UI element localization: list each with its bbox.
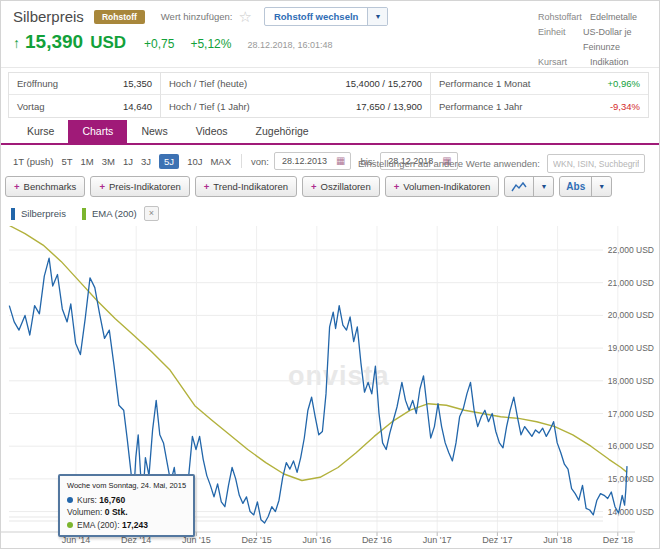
table-cell: Performance 1 Jahr-9,34%	[430, 95, 648, 117]
apply-settings-label: Einstellungen auf andere Werte anwenden:	[358, 158, 540, 169]
tabs-underline	[1, 143, 660, 145]
preis-indikatoren-button[interactable]: +Preis-Indikatoren	[90, 176, 189, 197]
tab-kurse[interactable]: Kurse	[13, 120, 68, 143]
add-value-label: Wert hinzufügen:	[161, 11, 233, 22]
change-absolute: +0,75	[144, 37, 174, 51]
scale-abs-label[interactable]: Abs	[560, 177, 591, 196]
benchmarks-button[interactable]: +Benchmarks	[5, 176, 85, 197]
info-row: RohstoffartEdelmetalle	[538, 10, 659, 25]
current-price: 15,390	[25, 31, 83, 53]
table-cell: Performance 1 Monat+0,96%	[430, 73, 648, 95]
info-row: EinheitUS-Dollar je Feinunze	[538, 25, 659, 55]
calendar-icon[interactable]: ▦	[336, 156, 345, 166]
instrument-info: RohstoffartEdelmetalle EinheitUS-Dollar …	[538, 10, 659, 70]
ema-line	[9, 226, 627, 481]
volumen-indikatoren-button[interactable]: +Volumen-Indikatoren	[385, 176, 500, 197]
blue-dot-icon	[67, 497, 73, 503]
green-dot-icon	[67, 522, 73, 528]
search-input[interactable]	[547, 154, 645, 173]
indicator-toolbar: +Benchmarks +Preis-Indikatoren +Trend-In…	[5, 176, 617, 197]
y-axis-label: 21,000 USD	[608, 278, 654, 288]
y-axis-label: 14,000 USD	[608, 507, 654, 517]
silberpreis-swatch	[11, 208, 15, 220]
tooltip-row-kurs: Kurs: 16,760	[67, 494, 186, 507]
tab-videos[interactable]: Videos	[182, 120, 242, 143]
range-1j[interactable]: 1J	[123, 156, 133, 167]
from-label: von:	[251, 156, 269, 167]
quote-timestamp: 28.12.2018, 16:01:48	[247, 40, 332, 50]
ema-swatch	[82, 208, 86, 220]
range-10j[interactable]: 10J	[187, 156, 202, 167]
quote-table: Eröffnung15,350 Hoch / Tief (heute)15,40…	[8, 72, 649, 118]
from-date-box: ▦	[274, 152, 351, 170]
x-axis-label: Dez '17	[482, 535, 512, 545]
chevron-down-icon[interactable]: ▼	[533, 177, 553, 196]
y-axis-label: 22,000 USD	[608, 245, 654, 255]
range-5j-active[interactable]: 5J	[159, 154, 179, 169]
tooltip-title: Woche vom Sonntag, 24. Mai, 2015	[67, 480, 186, 493]
from-date-input[interactable]	[280, 155, 336, 167]
price-up-arrow-icon: ↑	[13, 35, 20, 51]
tab-charts[interactable]: Charts	[68, 120, 127, 143]
onvista-silberpreis-page: Silberpreis Rohstoff Wert hinzufügen: ☆ …	[0, 0, 660, 549]
plus-icon: +	[99, 181, 105, 192]
watchlist-star-icon[interactable]: ☆	[238, 8, 251, 26]
section-tabs: Kurse Charts News Videos Zugehörige	[13, 120, 323, 143]
chart-area[interactable]: onvista 22,000 USD21,000 USD20,000 USD19…	[1, 223, 660, 549]
chevron-down-icon[interactable]: ▼	[367, 8, 387, 25]
chevron-down-icon[interactable]: ▼	[591, 177, 611, 196]
header: Silberpreis Rohstoff Wert hinzufügen: ☆ …	[13, 7, 388, 26]
plus-icon: +	[394, 181, 400, 192]
divider	[241, 154, 242, 168]
range-1t[interactable]: 1T (push)	[13, 156, 53, 167]
y-axis-label: 19,000 USD	[608, 343, 654, 353]
legend-label-silberpreis: Silberpreis	[21, 208, 66, 219]
table-cell: Hoch / Tief (1 Jahr)17,650 / 13,900	[160, 95, 430, 117]
x-axis-label: Dez '16	[362, 535, 392, 545]
x-axis-label: Jun '16	[302, 535, 331, 545]
plus-icon: +	[14, 181, 20, 192]
x-axis-label: Dez '15	[241, 535, 271, 545]
page-title: Silberpreis	[13, 8, 84, 25]
line-chart-icon[interactable]	[505, 177, 533, 196]
switch-commodity-label: Rohstoff wechseln	[265, 8, 367, 25]
plus-icon: +	[311, 181, 317, 192]
chart-legend: Silberpreis EMA (200) ×	[11, 206, 159, 221]
trend-indikatoren-button[interactable]: +Trend-Indikatoren	[195, 176, 297, 197]
table-cell: Hoch / Tief (heute)15,4000 / 15,2700	[160, 73, 430, 95]
chart-type-button: ▼	[504, 176, 554, 197]
currency-label: USD	[90, 33, 126, 53]
header-divider	[1, 67, 660, 68]
chart-tooltip: Woche vom Sonntag, 24. Mai, 2015 Kurs: 1…	[58, 474, 195, 537]
y-axis-label: 15,000 USD	[608, 474, 654, 484]
range-3m[interactable]: 3M	[102, 156, 115, 167]
y-axis-label: 20,000 USD	[608, 310, 654, 320]
range-3j[interactable]: 3J	[141, 156, 151, 167]
table-cell: Eröffnung15,350	[9, 73, 160, 95]
switch-commodity-button[interactable]: Rohstoff wechseln ▼	[264, 7, 388, 26]
y-axis-label: 17,000 USD	[608, 409, 654, 419]
price-row: ↑ 15,390 USD +0,75 +5,12% 28.12.2018, 16…	[13, 31, 333, 53]
close-icon[interactable]: ×	[144, 206, 159, 221]
tab-zugehoerige[interactable]: Zugehörige	[242, 120, 323, 143]
tab-news[interactable]: News	[127, 120, 181, 143]
x-axis-label: Dez '18	[603, 535, 633, 545]
change-percent: +5,12%	[190, 37, 231, 51]
range-1m[interactable]: 1M	[81, 156, 94, 167]
apply-settings: Einstellungen auf andere Werte anwenden:	[358, 154, 645, 173]
tooltip-row-ema: EMA (200): 17,243	[67, 519, 186, 532]
range-5t[interactable]: 5T	[61, 156, 72, 167]
oszillatoren-button[interactable]: +Oszillatoren	[302, 176, 380, 197]
tooltip-row-volumen: Volumen: 0 Stk.	[67, 506, 186, 519]
plus-icon: +	[204, 181, 210, 192]
y-axis-label: 18,000 USD	[608, 376, 654, 386]
range-max[interactable]: MAX	[210, 156, 231, 167]
y-axis-label: 16,000 USD	[608, 441, 654, 451]
x-axis-label: Jun '17	[423, 535, 452, 545]
asset-type-badge: Rohstoff	[94, 10, 145, 24]
legend-label-ema: EMA (200)	[92, 208, 137, 219]
x-axis-label: Jun '18	[543, 535, 572, 545]
scale-button: Abs ▼	[559, 176, 612, 197]
table-cell: Vortag14,640	[9, 95, 160, 117]
